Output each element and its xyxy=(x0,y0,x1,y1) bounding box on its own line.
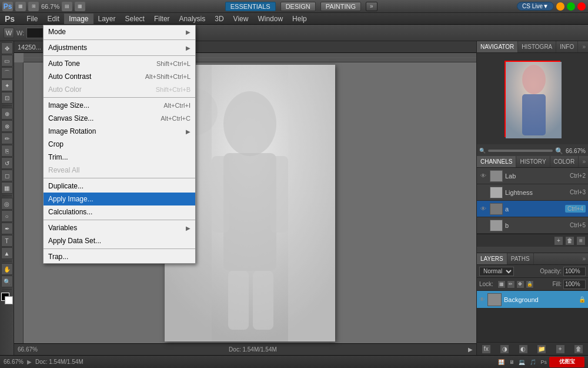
layer-row-background[interactable]: 👁 Background 🔒 xyxy=(477,291,588,309)
fg-bg-colors[interactable] xyxy=(1,293,13,304)
layer-lock-icon: 🔒 xyxy=(579,296,586,303)
channels-add-btn[interactable]: + xyxy=(554,236,563,246)
menu-trim-item[interactable]: Trim... xyxy=(44,151,195,164)
history-brush-tool[interactable]: ↺ xyxy=(1,157,13,169)
menu-image[interactable]: Image xyxy=(64,14,93,24)
menu-variables-item[interactable]: Variables ▶ xyxy=(44,221,195,234)
essentials-mode-btn[interactable]: ESSENTIALS xyxy=(225,2,276,11)
menu-help[interactable]: Help xyxy=(288,14,312,24)
lock-image-btn[interactable]: ✏ xyxy=(507,280,515,289)
dodge-tool[interactable]: ○ xyxy=(1,210,13,222)
brush-tool[interactable]: ✏ xyxy=(1,132,13,144)
menu-auto-tone-item[interactable]: Auto Tone Shift+Ctrl+L xyxy=(44,57,195,70)
grid-icon[interactable]: ▦ xyxy=(75,2,85,11)
navigator-tab[interactable]: NAVIGATOR xyxy=(477,41,518,52)
magic-wand-tool[interactable]: ✦ xyxy=(1,79,13,91)
menu-trap-item[interactable]: Trap... xyxy=(44,250,195,263)
menu-filter[interactable]: Filter xyxy=(149,14,175,24)
eraser-tool[interactable]: ◻ xyxy=(1,170,13,181)
canvas-scroll-btn[interactable]: ▶ xyxy=(468,346,473,353)
channels-del-btn[interactable]: 🗑 xyxy=(565,236,574,246)
menu-image-size-item[interactable]: Image Size... Alt+Ctrl+I xyxy=(44,99,195,112)
gradient-tool[interactable]: ▦ xyxy=(1,182,13,194)
layer-new-btn[interactable]: + xyxy=(556,344,565,354)
hand-tool[interactable]: ✋ xyxy=(1,263,13,275)
menu-layer[interactable]: Layer xyxy=(93,14,121,24)
opacity-input[interactable] xyxy=(563,267,586,276)
fill-input[interactable] xyxy=(563,280,586,289)
channels-menu-arrow[interactable]: » xyxy=(582,158,588,165)
menu-auto-contrast-item[interactable]: Auto Contrast Alt+Shift+Ctrl+L xyxy=(44,70,195,83)
text-tool[interactable]: T xyxy=(1,235,13,247)
channels-tab[interactable]: CHANNELS xyxy=(477,156,516,167)
layer-style-btn[interactable]: fx xyxy=(482,344,491,354)
close-btn[interactable] xyxy=(577,2,586,11)
design-mode-btn[interactable]: DESIGN xyxy=(280,2,316,11)
nav-zoom-value: 66.67% xyxy=(566,148,586,154)
menu-analysis[interactable]: Analysis xyxy=(175,14,211,24)
channel-row-lightness[interactable]: 👁 Lightness Ctrl+3 xyxy=(477,184,588,201)
menu-apply-image-item[interactable]: Apply Image... xyxy=(44,193,195,205)
eyedropper-tool[interactable]: ⊕ xyxy=(1,108,13,120)
crop-tool[interactable]: ⊡ xyxy=(1,92,13,104)
menu-select[interactable]: Select xyxy=(121,14,149,24)
layer-group-btn[interactable]: 📁 xyxy=(537,344,546,354)
channel-eye-lab[interactable]: 👁 xyxy=(479,172,487,180)
layer-del-btn[interactable]: 🗑 xyxy=(574,344,583,354)
more-modes-btn[interactable]: » xyxy=(366,2,377,11)
tool-preset-btn[interactable]: W xyxy=(4,28,14,38)
lasso-tool[interactable]: ⌒ xyxy=(1,67,13,79)
layer-adj-btn[interactable]: ◐ xyxy=(519,344,528,354)
clone-tool[interactable]: ⎘ xyxy=(1,145,13,157)
menu-duplicate-item[interactable]: Duplicate... xyxy=(44,180,195,193)
mini-icon[interactable]: ▦ xyxy=(15,2,26,11)
image-dropdown[interactable]: Mode ▶ Adjustments ▶ Auto Tone Shift+Ctr… xyxy=(43,25,196,264)
layers-tab[interactable]: LAYERS xyxy=(477,253,507,264)
channel-row-b[interactable]: 👁 b Ctrl+5 xyxy=(477,217,588,234)
menu-apply-dataset-item[interactable]: Apply Data Set... xyxy=(44,234,195,247)
nav-zoom-slider[interactable] xyxy=(488,150,553,152)
arrange-icon[interactable]: ⊞ xyxy=(28,2,39,11)
menu-crop-item[interactable]: Crop xyxy=(44,138,195,151)
painting-mode-btn[interactable]: PAINTING xyxy=(320,2,361,11)
layers-menu-arrow[interactable]: » xyxy=(582,256,588,262)
color-tab[interactable]: COLOR xyxy=(550,156,579,167)
panel-menu-arrow[interactable]: » xyxy=(582,44,588,50)
menu-window[interactable]: Window xyxy=(253,14,288,24)
minimize-btn[interactable] xyxy=(556,2,564,11)
lock-position-btn[interactable]: ✥ xyxy=(516,280,524,289)
marquee-tool[interactable]: ▭ xyxy=(1,55,13,67)
menu-adjustments-item[interactable]: Adjustments ▶ xyxy=(44,41,195,54)
menu-mode-item[interactable]: Mode ▶ xyxy=(44,25,195,38)
menu-view[interactable]: View xyxy=(229,14,253,24)
menu-calculations-item[interactable]: Calculations... xyxy=(44,205,195,218)
layer-mask-btn[interactable]: ◑ xyxy=(500,344,509,354)
channel-eye-a[interactable]: 👁 xyxy=(479,205,487,213)
menu-edit[interactable]: Edit xyxy=(42,14,64,24)
zoom-tool[interactable]: 🔍 xyxy=(1,276,13,287)
status-zoom: 66.67% xyxy=(4,359,24,365)
menu-3d[interactable]: 3D xyxy=(210,14,228,24)
shape-tool[interactable]: ▲ xyxy=(1,247,13,259)
histogram-tab[interactable]: HISTOGRA xyxy=(518,41,556,52)
layer-eye-background[interactable]: 👁 xyxy=(479,296,485,303)
channel-row-lab[interactable]: 👁 Lab Ctrl+2 xyxy=(477,168,588,184)
channel-row-a[interactable]: 👁 a Ctrl+4 xyxy=(477,201,588,217)
paths-tab[interactable]: PATHS xyxy=(507,253,534,264)
maximize-btn[interactable] xyxy=(567,2,575,11)
pen-tool[interactable]: ✒ xyxy=(1,223,13,234)
info-tab[interactable]: INFO xyxy=(556,41,578,52)
layout-icon[interactable]: ▤ xyxy=(62,2,72,11)
channels-options-btn[interactable]: ≡ xyxy=(576,236,586,246)
menu-image-rotation-item[interactable]: Image Rotation ▶ xyxy=(44,125,195,138)
lock-transparent-btn[interactable]: ▦ xyxy=(497,280,506,289)
move-tool[interactable]: ✥ xyxy=(1,42,13,54)
history-tab[interactable]: HISTORY xyxy=(516,156,550,167)
heal-tool[interactable]: ⊗ xyxy=(1,120,13,132)
cs-live-btn[interactable]: CS Live▼ xyxy=(517,2,554,11)
lock-all-btn[interactable]: 🔒 xyxy=(526,280,534,289)
menu-file[interactable]: File xyxy=(22,14,42,24)
menu-canvas-size-item[interactable]: Canvas Size... Alt+Ctrl+C xyxy=(44,112,195,125)
blend-mode-select[interactable]: Normal xyxy=(479,267,514,276)
blur-tool[interactable]: ◎ xyxy=(1,198,13,210)
